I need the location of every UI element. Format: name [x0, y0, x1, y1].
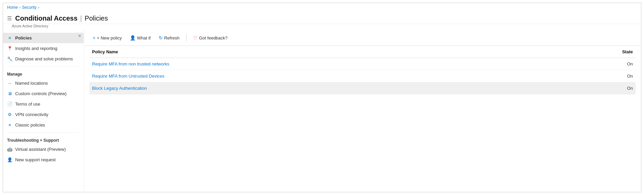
- sidebar-item-terms-of-use[interactable]: 📄 Terms of use: [3, 99, 84, 109]
- sidebar-label-custom-controls: Custom controls (Preview): [15, 91, 66, 96]
- table-row: Block Legacy Authentication On: [89, 82, 636, 94]
- list2-icon: ≡: [7, 122, 12, 128]
- page-title-sub: Policies: [85, 15, 108, 22]
- sidebar-item-named-locations[interactable]: ↔ Named locations: [3, 78, 84, 88]
- sidebar-collapse-button[interactable]: «: [78, 33, 81, 38]
- policy-table: Policy Name State Require MFA from non t…: [89, 46, 636, 94]
- sidebar-section-manage: Manage: [3, 68, 84, 78]
- page-title-main: Conditional Access: [15, 15, 78, 22]
- sidebar-item-virtual-assistant[interactable]: 🤖 Virtual assistant (Preview): [3, 144, 84, 155]
- arrows-icon: ↔: [7, 81, 12, 86]
- policy-name-cell: Require MFA from non trusted networks: [89, 58, 547, 70]
- refresh-label: Refresh: [164, 35, 180, 40]
- sidebar-label-diagnose: Diagnose and solve problems: [15, 56, 73, 61]
- sidebar-item-vpn[interactable]: ⚙ VPN connectivity: [3, 109, 84, 120]
- policy-link-2[interactable]: Require MFA from Untrusted Devices: [92, 74, 165, 79]
- sidebar-divider-2: [7, 132, 80, 133]
- policy-state-cell: On: [547, 58, 636, 70]
- sidebar-item-classic[interactable]: ≡ Classic policies: [3, 120, 84, 130]
- sidebar-item-new-support[interactable]: 👤 New support request: [3, 155, 84, 165]
- page-subtitle: Azure Active Directory: [3, 24, 641, 30]
- content-area: + + New policy 👤 What if ↻ Refresh ♡ Got…: [84, 30, 641, 192]
- new-policy-label: + New policy: [97, 35, 122, 40]
- table-row: Require MFA from non trusted networks On: [89, 58, 636, 70]
- hamburger-icon[interactable]: ☰: [7, 15, 12, 22]
- doc-icon: 📄: [7, 102, 12, 107]
- sidebar-section-troubleshooting: Troubleshooting + Support: [3, 135, 84, 144]
- policy-link-3[interactable]: Block Legacy Authentication: [92, 86, 147, 91]
- pin-icon: 📍: [7, 46, 12, 51]
- refresh-button[interactable]: ↻ Refresh: [155, 33, 183, 42]
- sidebar-label-named-locations: Named locations: [15, 81, 48, 86]
- policy-name-cell: Block Legacy Authentication: [89, 82, 547, 94]
- sidebar-item-diagnose[interactable]: 🔧 Diagnose and solve problems: [3, 54, 84, 64]
- sidebar-label-insights: Insights and reporting: [15, 46, 57, 51]
- policy-name-cell: Require MFA from Untrusted Devices: [89, 70, 547, 82]
- policy-table-area: Policy Name State Require MFA from non t…: [84, 46, 641, 94]
- sidebar-label-vpn: VPN connectivity: [15, 112, 48, 117]
- breadcrumb-security[interactable]: Security: [22, 5, 36, 10]
- new-policy-button[interactable]: + + New policy: [89, 33, 125, 42]
- what-if-label: What if: [137, 35, 150, 40]
- list-icon: ≡: [7, 35, 12, 40]
- sidebar-item-policies[interactable]: ≡ Policies: [3, 33, 84, 43]
- sidebar-label-classic: Classic policies: [15, 122, 45, 128]
- feedback-button[interactable]: ♡ Got feedback?: [190, 33, 231, 42]
- plus-icon: +: [93, 35, 95, 40]
- screen-icon: 🖥: [7, 91, 12, 96]
- heart-icon: ♡: [193, 35, 198, 40]
- policy-state-cell: On: [547, 82, 636, 94]
- sidebar-label-virtual-assistant: Virtual assistant (Preview): [15, 147, 66, 152]
- bot-icon: 🤖: [7, 147, 12, 152]
- what-if-button[interactable]: 👤 What if: [126, 33, 154, 42]
- sidebar-item-insights[interactable]: 📍 Insights and reporting: [3, 43, 84, 54]
- toolbar-separator: [186, 34, 186, 41]
- breadcrumb-home[interactable]: Home: [7, 5, 18, 10]
- policy-link-1[interactable]: Require MFA from non trusted networks: [92, 61, 169, 66]
- feedback-label: Got feedback?: [199, 35, 228, 40]
- title-separator: |: [80, 15, 82, 22]
- sidebar-divider-1: [7, 66, 80, 66]
- sidebar: « ≡ Policies 📍 Insights and reporting 🔧 …: [3, 30, 84, 192]
- wrench-icon: 🔧: [7, 56, 12, 61]
- policy-state-cell: On: [547, 70, 636, 82]
- toolbar: + + New policy 👤 What if ↻ Refresh ♡ Got…: [84, 30, 641, 46]
- column-header-state: State: [547, 46, 636, 58]
- sidebar-label-terms-of-use: Terms of use: [15, 102, 40, 107]
- table-row: Require MFA from Untrusted Devices On: [89, 70, 636, 82]
- gear-icon: ⚙: [7, 112, 12, 117]
- person-icon: 👤: [7, 157, 12, 162]
- sidebar-label-new-support: New support request: [15, 157, 56, 162]
- column-header-policy-name: Policy Name: [89, 46, 547, 58]
- page-header: ☰ Conditional Access | Policies: [3, 12, 641, 24]
- person-check-icon: 👤: [130, 35, 136, 40]
- refresh-icon: ↻: [159, 35, 163, 40]
- sidebar-label-policies: Policies: [15, 35, 32, 40]
- breadcrumb: Home › Security ›: [3, 3, 641, 12]
- sidebar-item-custom-controls[interactable]: 🖥 Custom controls (Preview): [3, 88, 84, 99]
